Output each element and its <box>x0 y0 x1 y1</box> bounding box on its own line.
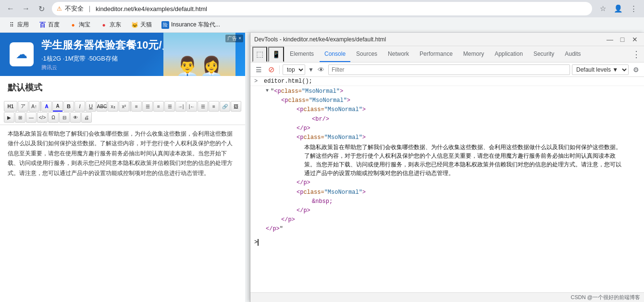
tab-application[interactable]: Application <box>490 47 528 62</box>
reload-button[interactable]: ↻ <box>35 2 48 15</box>
toolbar-h1[interactable]: H1 <box>4 101 17 112</box>
devtools-minimize-button[interactable]: — <box>605 34 615 45</box>
address-bar[interactable]: ⚠ 不安全 ｜ kindeditor.net/ke4/examples/defa… <box>52 2 592 15</box>
tab-memory[interactable]: Memory <box>458 47 489 62</box>
devtools-tabs: ⬚ 📱 Elements Console Sources Network Per… <box>250 46 644 63</box>
taobao-icon: ● <box>69 21 77 29</box>
bookmark-jd[interactable]: ● 京东 <box>96 19 125 31</box>
profile-button[interactable]: 👤 <box>611 2 625 15</box>
toolbar-preview[interactable]: 👁 <box>70 112 81 123</box>
toolbar-pagebreak[interactable]: ⊟ <box>59 112 70 123</box>
devtools-more-tabs-button[interactable]: ⋮ <box>631 49 642 60</box>
bookmarks-bar: ⠿ 应用 百 百度 ● 淘宝 ● 京东 🐱 天猫 险 Insurance 车险代… <box>0 17 644 33</box>
toolbar-divider1 <box>40 101 41 112</box>
editor-content-area[interactable]: 本隐私政策旨在帮助您了解我们会收集哪些数据，为什么收集这些数据，会利用这些数据做… <box>0 125 245 182</box>
devtools-window-buttons: — □ ✕ <box>605 34 640 45</box>
tab-elements[interactable]: Elements <box>285 47 319 62</box>
toolbar-align-center[interactable]: ☰ <box>142 101 153 112</box>
baidu-icon: 百 <box>38 21 46 29</box>
toolbar-underline[interactable]: U <box>86 101 96 112</box>
toolbar-table[interactable]: ⊞ <box>15 112 25 123</box>
toolbar-hr[interactable]: — <box>26 112 37 123</box>
console-clear-button[interactable]: ⊘ <box>266 64 276 75</box>
tab-security[interactable]: Security <box>529 47 559 62</box>
toolbar-superscript[interactable]: x² <box>119 101 129 112</box>
console-input-prompt: > <box>254 239 258 246</box>
toolbar-font-up[interactable]: A↑ <box>29 101 39 112</box>
insecure-label: 不安全 <box>65 4 84 13</box>
code-line-3: <p class="MsoNormal"> <box>281 105 640 114</box>
toolbar-bold[interactable]: B <box>63 101 74 112</box>
code-line-1: ▼ "<p class="MsoNormal"> <box>266 87 640 96</box>
console-prompt-icon: > <box>254 78 260 85</box>
back-button[interactable]: ← <box>4 2 17 15</box>
tab-audits[interactable]: Audits <box>560 47 585 62</box>
tab-network[interactable]: Network <box>383 47 414 62</box>
devtools-maximize-button[interactable]: □ <box>617 34 628 45</box>
toolbar-special-char[interactable]: Ω <box>48 112 59 123</box>
toolbar-code[interactable]: </> <box>37 112 48 123</box>
console-settings-button[interactable]: ⚙ <box>631 64 641 75</box>
ad-banner[interactable]: ☁ 学生服务器体验套餐10元/月 ·1核2G ·1M宽带 ·50GB存储 腾讯云… <box>0 33 245 76</box>
tab-select-icon-btn[interactable]: ⬚ <box>252 47 267 62</box>
toolbar-font-down[interactable]: ア <box>18 101 28 112</box>
toolbar-font-color-a2[interactable]: A <box>52 101 63 112</box>
bookmark-insurance[interactable]: 险 Insurance 车险代... <box>158 19 224 31</box>
toolbar-media[interactable]: ▶ <box>4 112 14 123</box>
toolbar-align-right[interactable]: ≡ <box>153 101 164 112</box>
console-toggle-sidebar-button[interactable]: ☰ <box>253 64 264 75</box>
editor-text-content: 本隐私政策旨在帮助您了解我们会收集哪些数据，为什么收集这些数据，会利用这些数据做… <box>8 130 233 176</box>
toolbar-align-justify[interactable]: ☰ <box>164 101 175 112</box>
toolbar-list-ul[interactable]: ☰ <box>198 101 208 112</box>
devtools-close-button[interactable]: ✕ <box>630 34 640 45</box>
tab-console[interactable]: Console <box>320 47 350 62</box>
expand-triangle-1[interactable]: ▼ <box>266 87 269 95</box>
devtools-status-bar: CSDN @一个很好的前端博客 <box>250 292 644 302</box>
insurance-icon: 险 <box>161 21 169 29</box>
toolbar-font-color-a[interactable]: A <box>41 101 52 112</box>
toolbar-image[interactable]: 🖼 <box>231 101 241 112</box>
bookmark-tianmao[interactable]: 🐱 天猫 <box>127 19 156 31</box>
watermark-text: CSDN @一个很好的前端博客 <box>571 294 640 301</box>
bookmark-taobao[interactable]: ● 淘宝 <box>65 19 94 31</box>
console-html-output: ▼ "<p class="MsoNormal"> <p class="MsoNo… <box>250 86 644 238</box>
console-context-select[interactable]: top <box>283 64 305 75</box>
context-dropdown-arrow: ▼ <box>308 66 314 73</box>
console-filter-input[interactable] <box>328 64 570 75</box>
apps-icon: ⠿ <box>8 21 15 29</box>
tab-performance[interactable]: Performance <box>415 47 458 62</box>
bookmark-button[interactable]: ☆ <box>596 2 609 15</box>
toolbar-list-ol[interactable]: ≡ <box>209 101 219 112</box>
tab-sources[interactable]: Sources <box>351 47 382 62</box>
bookmark-baidu[interactable]: 百 百度 <box>35 19 63 31</box>
toolbar-print[interactable]: 🖨 <box>81 112 92 123</box>
bookmark-jd-label: 京东 <box>110 21 121 29</box>
address-text: kindeditor.net/ke4/examples/default.html <box>96 5 207 13</box>
code-line-8: <p class="MsoNormal"> <box>281 188 640 197</box>
console-eye-button[interactable]: 👁 <box>316 64 326 75</box>
console-toolbar: ☰ ⊘ top ▼ 👁 Default levels ▼ ⚙ <box>250 63 644 77</box>
toolbar-subscript[interactable]: x₂ <box>108 101 118 112</box>
toolbar-link[interactable]: 🔗 <box>220 101 230 112</box>
menu-button[interactable]: ⋮ <box>627 2 640 15</box>
toolbar-indent-in[interactable]: →| <box>175 101 186 112</box>
bookmark-apps[interactable]: ⠿ 应用 <box>4 19 33 31</box>
nav-buttons: ← → ↻ <box>4 2 48 15</box>
console-levels-select[interactable]: Default levels ▼ <box>572 64 629 75</box>
ad-text: 学生服务器体验套餐10元/月 ·1核2G ·1M宽带 ·50GB存储 腾讯云 <box>41 38 173 71</box>
toolbar-indent-out[interactable]: |← <box>186 101 197 112</box>
code-line-4: <br /> <box>289 115 640 124</box>
forward-button[interactable]: → <box>19 2 33 15</box>
console-entry-code: editor.html(); <box>264 78 312 85</box>
toolbar-italic[interactable]: I <box>74 101 85 112</box>
toolbar-strikethrough[interactable]: ABC <box>97 101 107 112</box>
code-line-6: <p class="MsoNormal"> <box>281 133 640 142</box>
page-content: ☁ 学生服务器体验套餐10元/月 ·1核2G ·1M宽带 ·50GB存储 腾讯云… <box>0 33 245 302</box>
ad-badge[interactable]: 广告 × <box>225 35 243 42</box>
tab-phone-icon-btn[interactable]: 📱 <box>268 47 284 62</box>
devtools-panel: DevTools - kindeditor.net/ke4/examples/d… <box>250 33 644 302</box>
ad-image: 👨‍💼👩‍💼 <box>163 33 235 76</box>
code-line-5: </p> <box>281 124 640 133</box>
devtools-title-text: DevTools - kindeditor.net/ke4/examples/d… <box>254 36 386 43</box>
toolbar-align-left[interactable]: ≡ <box>131 101 142 112</box>
